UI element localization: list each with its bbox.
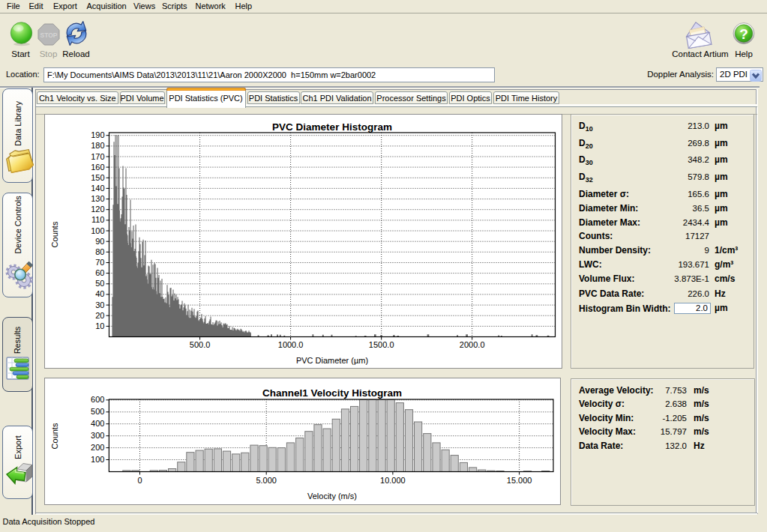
svg-text:120: 120 <box>91 205 104 214</box>
svg-text:0: 0 <box>137 476 142 485</box>
svg-text:60: 60 <box>95 268 104 277</box>
svg-text:170: 170 <box>91 152 104 161</box>
svg-text:160: 160 <box>91 163 104 172</box>
svg-text:?: ? <box>739 26 748 42</box>
svg-text:2000.0: 2000.0 <box>460 340 485 349</box>
svg-text:70: 70 <box>95 258 104 267</box>
svg-text:1500.0: 1500.0 <box>369 340 394 349</box>
svg-text:80: 80 <box>95 247 104 256</box>
svg-text:PVC Diameter (µm): PVC Diameter (µm) <box>296 356 368 365</box>
svg-text:1000.0: 1000.0 <box>278 340 304 349</box>
svg-text:100: 100 <box>91 455 104 464</box>
svg-text:600: 600 <box>91 395 104 404</box>
svg-text:30: 30 <box>95 300 104 309</box>
svg-text:300: 300 <box>91 431 104 440</box>
svg-text:90: 90 <box>95 237 104 246</box>
svg-text:110: 110 <box>91 215 105 224</box>
svg-text:140: 140 <box>91 184 104 193</box>
svg-text:100: 100 <box>91 226 104 235</box>
svg-text:500: 500 <box>91 407 104 416</box>
svg-text:500.0: 500.0 <box>190 340 211 349</box>
svg-text:PVC Diameter Histogram: PVC Diameter Histogram <box>272 121 392 133</box>
svg-text:200: 200 <box>91 443 104 452</box>
svg-text:130: 130 <box>91 194 104 203</box>
svg-text:10: 10 <box>95 321 104 330</box>
svg-text:50: 50 <box>95 279 104 288</box>
svg-text:400: 400 <box>91 419 104 428</box>
svg-text:180: 180 <box>91 141 104 150</box>
svg-text:Counts: Counts <box>50 423 59 449</box>
svg-text:STOP: STOP <box>40 31 58 39</box>
svg-text:20: 20 <box>95 311 104 320</box>
svg-text:Counts: Counts <box>50 221 59 247</box>
svg-text:190: 190 <box>91 130 104 139</box>
svg-text:5.000: 5.000 <box>256 476 277 485</box>
svg-text:15.000: 15.000 <box>507 476 532 485</box>
svg-text:150: 150 <box>91 173 104 182</box>
svg-text:Velocity (m/s): Velocity (m/s) <box>307 492 357 501</box>
svg-text:40: 40 <box>95 289 104 298</box>
svg-text:10.000: 10.000 <box>380 476 406 485</box>
svg-text:Channel1 Velocity Histogram: Channel1 Velocity Histogram <box>262 387 402 399</box>
